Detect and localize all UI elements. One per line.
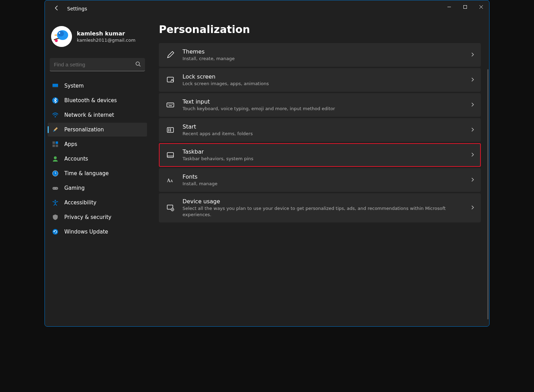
sidebar-item-network[interactable]: Network & internet: [48, 108, 147, 122]
app-title: Settings: [67, 6, 87, 11]
search-input[interactable]: [54, 62, 135, 67]
card-subtitle: Install, create, manage: [183, 56, 463, 62]
settings-window: Settings: [44, 0, 490, 327]
update-icon: [52, 228, 59, 235]
card-subtitle: Select all the ways you plan to use your…: [183, 205, 463, 218]
svg-rect-12: [52, 87, 58, 88]
avatar: [51, 26, 72, 47]
card-title: Taskbar: [183, 148, 463, 155]
svg-point-23: [54, 188, 54, 189]
svg-rect-22: [52, 187, 58, 190]
card-title: Themes: [183, 48, 463, 55]
svg-point-9: [136, 62, 139, 65]
sidebar-item-gaming[interactable]: Gaming: [48, 181, 147, 195]
apps-icon: [52, 141, 59, 148]
system-icon: [52, 82, 59, 89]
svg-rect-28: [171, 80, 173, 82]
svg-point-25: [55, 200, 56, 201]
svg-point-19: [54, 156, 57, 159]
svg-rect-1: [464, 6, 467, 9]
sidebar-item-time-language[interactable]: Time & language: [48, 166, 147, 180]
svg-point-7: [59, 32, 60, 34]
maximize-button[interactable]: [457, 0, 473, 14]
card-title: Text input: [183, 98, 463, 105]
pen-icon: [166, 50, 175, 59]
chevron-right-icon: [470, 205, 475, 211]
page-title: Personalization: [159, 23, 481, 35]
chevron-right-icon: [470, 77, 475, 83]
scrollbar[interactable]: [487, 69, 488, 319]
card-subtitle: Touch keyboard, voice typing, emoji and …: [183, 106, 463, 112]
card-start[interactable]: Start Recent apps and items, folders: [159, 118, 481, 142]
sidebar-item-label: Privacy & security: [64, 214, 111, 220]
chevron-right-icon: [470, 177, 475, 183]
svg-rect-29: [167, 103, 174, 107]
svg-point-8: [55, 39, 58, 42]
svg-point-14: [55, 116, 56, 117]
profile-block[interactable]: kamlesh kumar kamlesh2011@gmail.com: [48, 20, 147, 54]
svg-rect-16: [56, 141, 58, 144]
sidebar-item-label: Accounts: [64, 156, 88, 162]
sidebar-item-windows-update[interactable]: Windows Update: [48, 225, 147, 239]
sidebar-item-personalization[interactable]: Personalization: [48, 123, 147, 137]
svg-point-45: [171, 208, 174, 211]
sidebar-item-label: Bluetooth & devices: [64, 97, 117, 104]
sidebar-item-label: Personalization: [64, 126, 104, 133]
sidebar: kamlesh kumar kamlesh2011@gmail.com Syst…: [45, 17, 149, 326]
svg-line-10: [139, 65, 140, 66]
search-box[interactable]: [50, 58, 145, 71]
clock-globe-icon: [52, 170, 59, 177]
fonts-icon: AA: [166, 175, 175, 185]
svg-point-26: [52, 229, 58, 235]
svg-rect-36: [168, 129, 169, 130]
minimize-button[interactable]: [441, 0, 457, 14]
sidebar-item-bluetooth[interactable]: Bluetooth & devices: [48, 93, 147, 107]
lock-screen-icon: [166, 75, 175, 84]
sidebar-item-label: Time & language: [64, 170, 109, 177]
card-taskbar[interactable]: Taskbar Taskbar behaviors, system pins: [159, 143, 481, 167]
sidebar-item-label: Accessibility: [64, 199, 96, 206]
accessibility-icon: [52, 199, 59, 206]
window-controls: [441, 0, 489, 14]
svg-rect-39: [170, 130, 171, 131]
card-fonts[interactable]: AA Fonts Install, manage: [159, 168, 481, 192]
svg-rect-35: [167, 128, 173, 132]
profile-email: kamlesh2011@gmail.com: [77, 38, 136, 43]
keyboard-icon: [166, 100, 175, 109]
sidebar-item-system[interactable]: System: [48, 79, 147, 93]
settings-cards: Themes Install, create, manage Lock scre…: [159, 43, 481, 222]
sidebar-nav: System Bluetooth & devices Network & int…: [48, 79, 147, 239]
chevron-right-icon: [470, 127, 475, 133]
start-icon: [166, 125, 175, 134]
card-text-input[interactable]: Text input Touch keyboard, voice typing,…: [159, 93, 481, 117]
main-content: Personalization Themes Install, create, …: [149, 17, 489, 326]
svg-rect-38: [168, 130, 169, 131]
close-button[interactable]: [473, 0, 489, 14]
paintbrush-icon: [52, 126, 59, 133]
svg-point-6: [58, 31, 64, 36]
svg-rect-18: [56, 145, 58, 147]
sidebar-item-label: Gaming: [64, 185, 85, 191]
svg-rect-17: [52, 145, 55, 147]
sidebar-item-accounts[interactable]: Accounts: [48, 152, 147, 166]
bluetooth-icon: [52, 97, 59, 104]
device-usage-icon: [166, 203, 175, 212]
sidebar-item-label: Windows Update: [64, 229, 108, 235]
sidebar-item-privacy[interactable]: Privacy & security: [48, 210, 147, 224]
card-themes[interactable]: Themes Install, create, manage: [159, 43, 481, 67]
back-button[interactable]: [53, 5, 60, 12]
card-device-usage[interactable]: Device usage Select all the ways you pla…: [159, 193, 481, 222]
wifi-icon: [52, 112, 59, 119]
card-title: Lock screen: [183, 73, 463, 80]
sidebar-item-label: Network & internet: [64, 112, 114, 118]
card-lock-screen[interactable]: Lock screen Lock screen images, apps, an…: [159, 68, 481, 92]
svg-text:A: A: [170, 179, 173, 183]
profile-name: kamlesh kumar: [77, 30, 136, 37]
sidebar-item-apps[interactable]: Apps: [48, 137, 147, 151]
search-icon: [135, 61, 141, 68]
sidebar-item-label: Apps: [64, 141, 77, 147]
titlebar: Settings: [45, 0, 489, 17]
gamepad-icon: [52, 185, 59, 191]
svg-rect-37: [170, 129, 171, 130]
sidebar-item-accessibility[interactable]: Accessibility: [48, 196, 147, 210]
